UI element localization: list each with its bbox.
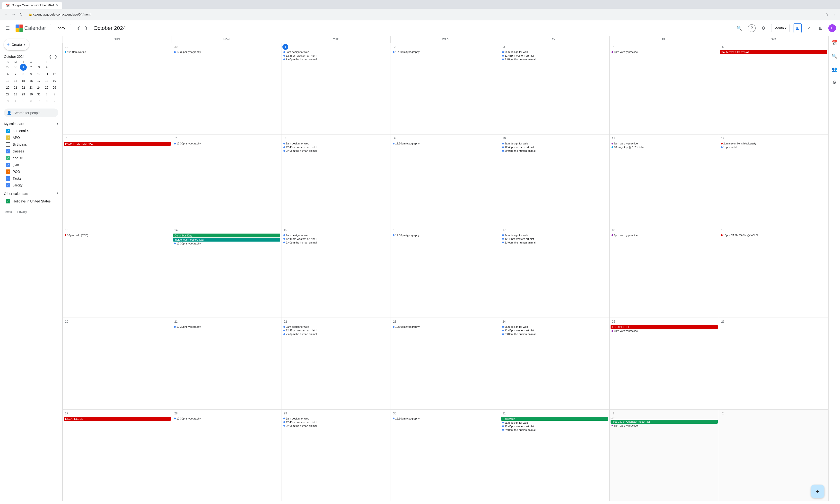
event[interactable]: 9am design for web: [282, 234, 390, 237]
right-icon-4[interactable]: ⚙: [830, 78, 838, 87]
date-oct11[interactable]: 11: [611, 136, 616, 141]
mini-day[interactable]: 17: [35, 77, 42, 84]
cell-oct20[interactable]: 20: [63, 318, 172, 409]
event[interactable]: 9am design for web: [282, 142, 390, 145]
date-oct26[interactable]: 26: [720, 319, 726, 325]
calendar-item-gym[interactable]: ✓ gym: [4, 162, 58, 168]
event[interactable]: 2:40pm the human animal: [501, 241, 608, 244]
date-oct1-today[interactable]: 1: [282, 44, 288, 50]
cell-oct9[interactable]: 9 12:30pm typography: [391, 134, 500, 226]
mini-day[interactable]: 6: [28, 98, 35, 105]
date-oct31[interactable]: 31: [501, 411, 507, 416]
event[interactable]: 12:45pm western art hist l: [282, 237, 390, 240]
event[interactable]: 9am design for web: [501, 421, 608, 425]
apps-button[interactable]: ⊞: [817, 23, 824, 33]
cell-oct15[interactable]: 15 9am design for web 12:45pm western ar…: [281, 226, 391, 318]
event[interactable]: 9am design for web: [282, 417, 390, 420]
event[interactable]: 9am design for web: [282, 325, 390, 328]
cell-oct1[interactable]: 1 9am design for web 12:45pm western art…: [281, 43, 391, 134]
date-oct3[interactable]: 3: [501, 44, 507, 50]
calendar-item-holidays[interactable]: ✓ Holidays in United States: [4, 198, 58, 204]
date-oct8[interactable]: 8: [282, 136, 288, 141]
date-oct9[interactable]: 9: [392, 136, 398, 141]
cell-oct11[interactable]: 11 6pm varcity practice! 10pm yetep @ 10…: [610, 134, 719, 226]
event[interactable]: 9am design for web: [501, 142, 608, 145]
mini-day[interactable]: 16: [28, 77, 35, 84]
event-american-indian[interactable]: First Day of American Indian Her: [611, 420, 718, 424]
mini-day[interactable]: 18: [43, 77, 50, 84]
event[interactable]: 9am design for web: [282, 50, 390, 54]
mini-day[interactable]: 4: [43, 64, 50, 71]
search-button[interactable]: 🔍: [735, 23, 744, 33]
mini-day[interactable]: 3: [4, 98, 11, 105]
event-palm-tree[interactable]: PALM TREE FESTIVAL: [720, 50, 827, 54]
date-oct19[interactable]: 19: [720, 227, 726, 233]
event[interactable]: 2:40pm the human animal: [282, 424, 390, 428]
url-bar[interactable]: 🔒 calendar.google.com/calendar/u/0/r/mon…: [25, 10, 822, 19]
event[interactable]: 6pm varcity practice!: [611, 329, 718, 332]
mini-day[interactable]: 19: [51, 77, 58, 84]
cell-oct19[interactable]: 19 10pm CASH CASH @ YOLO: [719, 226, 828, 318]
add-calendar-icon[interactable]: +: [53, 191, 56, 196]
date-sep30[interactable]: 30: [173, 44, 179, 50]
event[interactable]: 2:40pm the human animal: [282, 241, 390, 244]
event[interactable]: 12:45pm western art hist l: [501, 54, 608, 57]
event[interactable]: 12:45pm western art hist l: [501, 145, 608, 149]
mini-day[interactable]: 24: [35, 84, 42, 91]
date-oct10[interactable]: 10: [501, 136, 507, 141]
event-escapeeeee-cont[interactable]: ESCAPEEEEE: [64, 417, 171, 421]
event-escapeeeee-start[interactable]: ESCAPEEEEE: [611, 325, 718, 329]
cell-oct27[interactable]: 27 ESCAPEEEEE: [63, 410, 172, 501]
mini-day[interactable]: 3: [35, 64, 42, 71]
event[interactable]: 10pm CASH CASH @ YOLO: [720, 234, 827, 237]
cell-sep29[interactable]: 29 10:30am workie: [63, 43, 172, 134]
mini-day[interactable]: 9: [28, 71, 35, 77]
mini-day[interactable]: 9: [51, 98, 58, 105]
event-halloween[interactable]: Halloween: [501, 417, 608, 421]
event[interactable]: 6pm varcity practice!: [611, 142, 718, 145]
event[interactable]: 12:30pm typography: [173, 417, 280, 420]
calendar-item-varcity[interactable]: ✓ varcity: [4, 182, 58, 188]
event[interactable]: 10pm yetep @ 1015 folsm: [611, 145, 718, 149]
cell-nov1[interactable]: 1 Nov First Day of American Indian Her 6…: [610, 410, 719, 501]
event-columbus-day[interactable]: Columbus Day: [173, 234, 280, 237]
event[interactable]: 12:30pm typography: [392, 325, 499, 328]
mini-day[interactable]: 8: [20, 71, 27, 77]
date-oct14[interactable]: 14: [173, 227, 179, 233]
mini-day[interactable]: 1: [43, 91, 50, 98]
date-oct4[interactable]: 4: [611, 44, 616, 50]
calendar-item-classes[interactable]: ✓ classes: [4, 148, 58, 155]
other-calendars-header[interactable]: Other calendars + ▾: [4, 190, 58, 197]
mini-day[interactable]: 25: [43, 84, 50, 91]
cell-oct21[interactable]: 21 12:30pm typography: [172, 318, 281, 409]
event[interactable]: 9am design for web: [501, 325, 608, 328]
mini-next-button[interactable]: ❯: [53, 54, 58, 59]
mini-day[interactable]: 30: [12, 64, 19, 71]
cell-oct12[interactable]: 12 2pm sevon lions block party 10pm zedd: [719, 134, 828, 226]
cell-oct2[interactable]: 2 12:30pm typography: [391, 43, 500, 134]
mini-day[interactable]: 23: [28, 84, 35, 91]
cell-oct25[interactable]: 25 ESCAPEEEEE 6pm varcity practice!: [610, 318, 719, 409]
event[interactable]: 6pm varcity practice!: [611, 50, 718, 54]
date-oct5[interactable]: 5: [720, 44, 726, 50]
right-icon-3[interactable]: 👥: [830, 65, 839, 74]
date-nov2[interactable]: 2: [720, 411, 726, 416]
cell-sep30[interactable]: 30 12:30pm typography: [172, 43, 281, 134]
cell-oct31[interactable]: 31 Halloween 9am design for web 12:45pm …: [500, 410, 610, 501]
event[interactable]: 12:45pm western art hist l: [282, 145, 390, 149]
event[interactable]: 2:40pm the human animal: [501, 332, 608, 336]
event[interactable]: 2:40pm the human animal: [282, 57, 390, 61]
bookmark-button[interactable]: ☆: [824, 11, 829, 18]
date-oct6[interactable]: 6: [64, 136, 69, 141]
event[interactable]: 10:30am workie: [64, 50, 171, 54]
mini-day[interactable]: 5: [51, 64, 58, 71]
mini-day[interactable]: 7: [35, 98, 42, 105]
mini-day[interactable]: 13: [4, 77, 11, 84]
mini-day[interactable]: 2: [28, 64, 35, 71]
event[interactable]: 2:40pm the human animal: [501, 149, 608, 152]
cell-oct6[interactable]: 6 PALM TREE FESTIVAL: [63, 134, 172, 226]
cell-oct28[interactable]: 28 12:30pm typography: [172, 410, 281, 501]
date-oct17[interactable]: 17: [501, 227, 507, 233]
mini-day[interactable]: 21: [12, 84, 19, 91]
terms-link[interactable]: Terms: [4, 210, 12, 214]
